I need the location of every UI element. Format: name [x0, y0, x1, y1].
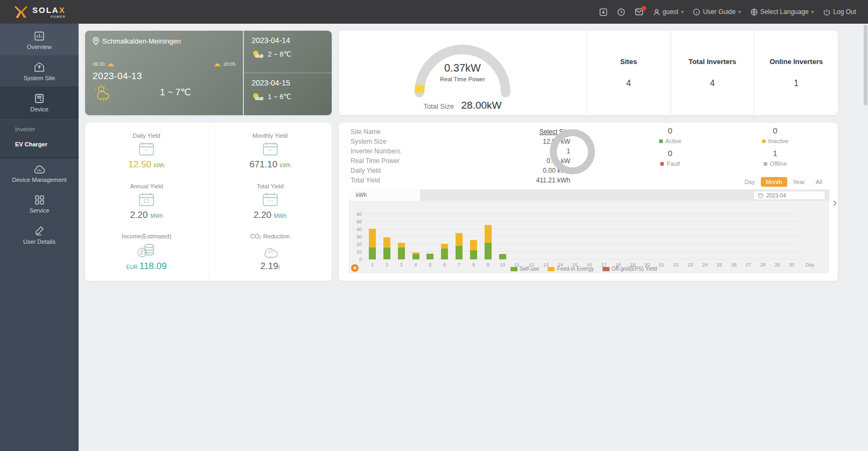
y-tick-label: 60 — [349, 212, 362, 217]
sunrise: 06:30 — [93, 61, 115, 67]
real-time-power-value: 0.37kW — [339, 62, 586, 74]
sidebar-item-device-management[interactable]: Device Management — [0, 158, 79, 188]
stat-online-inverters: Online Inverters 1 — [754, 31, 838, 115]
weather-today-date: 2023-04-13 — [93, 71, 235, 82]
chart-date-picker[interactable]: 2023-04 — [754, 191, 825, 200]
weather-today: Schmalkalden-Meiningen 06:30 20:05 2023-… — [85, 31, 244, 115]
download-icon[interactable] — [599, 8, 607, 16]
income-coins-icon — [136, 242, 157, 258]
x-tick-label: 3 — [394, 262, 409, 267]
status-active: 0 Active — [618, 126, 723, 144]
overview-icon — [34, 31, 45, 41]
x-tick-label: 23 — [683, 262, 698, 267]
legend-item[interactable]: Self-use — [510, 266, 540, 272]
x-tick-label: 6 — [437, 262, 452, 267]
device-submenu: Inverter EV Charger — [0, 118, 79, 158]
x-tick-label: 10 — [495, 262, 510, 267]
logout-button[interactable]: Log Out — [823, 8, 856, 16]
x-tick-label: 2 — [380, 262, 394, 267]
brand-sub: POWER — [32, 15, 66, 18]
x-axis-unit-label: Day — [806, 262, 814, 267]
calendar-month-icon — [261, 142, 280, 157]
user-guide-menu[interactable]: User Guide ▾ — [693, 8, 740, 16]
y-tick-label: 30 — [349, 234, 362, 239]
power-summary-card: 0.37kW Real Time Power Total Size 28.00k… — [339, 31, 838, 115]
chevron-down-icon: ▾ — [738, 9, 741, 15]
sunset-icon — [214, 62, 221, 66]
device-icon — [34, 94, 45, 103]
bar-slot — [481, 225, 495, 259]
x-tick-label: 22 — [669, 262, 683, 267]
cloud-sun-icon — [251, 92, 263, 101]
x-tick-label: 24 — [698, 262, 712, 267]
period-month-button[interactable]: Month — [761, 177, 787, 187]
real-time-power-label: Real Time Power — [339, 76, 586, 82]
user-icon — [653, 9, 660, 16]
legend-swatch — [603, 267, 610, 271]
language-menu[interactable]: Select Language ▾ — [751, 8, 814, 16]
brand-logo[interactable]: SOLAX POWER — [14, 5, 66, 18]
topbar-actions: guest ▾ User Guide ▾ Select Language ▾ L… — [599, 8, 856, 16]
bar-segment — [369, 229, 376, 248]
bar-segment — [412, 254, 419, 259]
x-tick-label: 28 — [755, 262, 770, 267]
sidebar-item-device[interactable]: Device — [0, 87, 79, 118]
sidebar-item-user-details[interactable]: User Details — [0, 219, 79, 250]
period-day-button[interactable]: Day — [739, 177, 760, 187]
next-site-chevron-icon[interactable]: › — [833, 197, 837, 209]
sidebar-subitem-ev-charger[interactable]: EV Charger — [0, 137, 79, 152]
tile-co2-reduction: CO₂ Reduction O₂ 2.19t — [208, 227, 332, 278]
cloud-sun-icon — [251, 50, 263, 58]
period-year-button[interactable]: Year — [788, 177, 810, 187]
bar-segment — [441, 244, 448, 249]
alarm-icon[interactable] — [617, 8, 625, 16]
tile-income: Income(Estimated) EUR118.09 — [85, 227, 208, 278]
sunset: 20:05 — [214, 61, 236, 67]
notification-badge — [641, 6, 646, 11]
status-dot-fault — [660, 162, 664, 166]
status-dot-inactive — [762, 139, 766, 143]
info-row-daily-yield: Daily Yield 0.00 kWh — [351, 166, 570, 175]
total-size-value: 28.00kW — [461, 100, 502, 111]
yield-summary-card: Daily Yield 12.50 kWh Monthly Yield 671.… — [85, 123, 332, 281]
legend-item[interactable]: Feed-in Energy — [548, 266, 593, 272]
device-management-icon — [33, 165, 45, 174]
bar-segment — [426, 254, 433, 259]
x-tick-label: 1 — [365, 262, 380, 267]
legend-swatch — [510, 267, 517, 271]
stat-sites: Sites 4 — [586, 31, 670, 115]
sidebar-item-overview[interactable]: Overview — [0, 24, 79, 55]
sidebar-item-system-site[interactable]: System Site — [0, 55, 79, 87]
message-icon[interactable] — [635, 8, 643, 16]
calendar-day-icon — [137, 142, 156, 157]
bar-segment — [383, 237, 390, 247]
x-tick-label: 25 — [712, 262, 727, 267]
user-menu[interactable]: guest ▾ — [653, 8, 684, 16]
legend-item[interactable]: Off-grid(EPS) Yield — [603, 266, 657, 272]
bar-chart-plot: 0102030405060 12345678910111213141516171… — [349, 201, 829, 273]
bar-slot — [495, 254, 510, 259]
bar-segment — [441, 249, 448, 259]
sidebar-item-service[interactable]: Service — [0, 188, 79, 219]
yield-chart-panel: kWh 2023-04 0102030405060 12345678910111… — [349, 189, 829, 273]
bar-segment — [456, 246, 463, 259]
chart-tab-kwh[interactable]: kWh — [349, 189, 420, 201]
chart-y-axis: 0102030405060 — [349, 201, 364, 273]
chart-marker-icon[interactable] — [351, 264, 359, 272]
power-icon — [823, 9, 830, 16]
tile-annual-yield: Annual Yield 2.20 MWh — [85, 177, 208, 227]
bar-slot — [452, 233, 466, 259]
logout-label: Log Out — [833, 8, 856, 16]
chevron-down-icon: ▾ — [811, 9, 814, 15]
status-dot-offline — [764, 162, 767, 166]
x-tick-label: 9 — [481, 262, 495, 267]
legend-swatch — [548, 267, 555, 271]
bar-segment — [470, 240, 477, 251]
page-scrollbar[interactable] — [864, 25, 867, 105]
bar-segment — [485, 243, 492, 259]
y-tick-label: 10 — [349, 249, 362, 255]
sidebar-subitem-inverter[interactable]: Inverter — [0, 122, 79, 137]
bar-segment — [398, 243, 405, 247]
weather-sun-cloud-rain-icon — [93, 83, 115, 101]
period-all-button[interactable]: All — [811, 177, 827, 187]
